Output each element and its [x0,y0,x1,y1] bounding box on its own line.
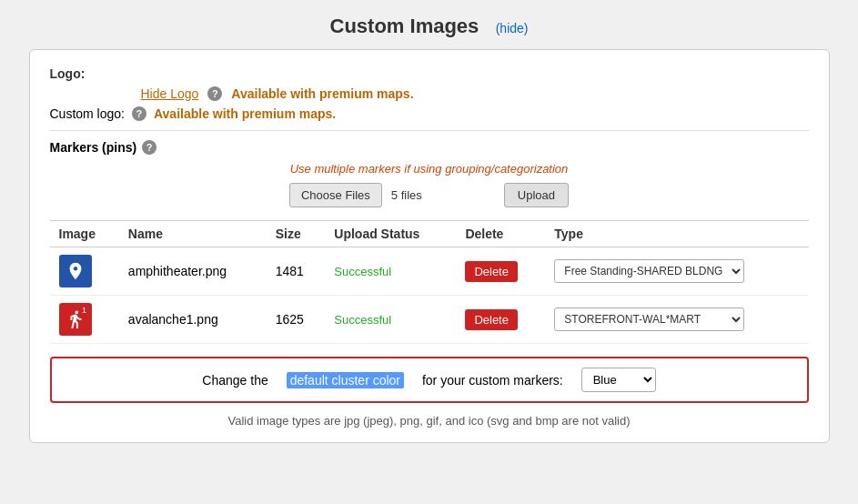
custom-logo-help-icon[interactable]: ? [132,106,146,121]
page-container: Custom Images (hide) Logo: Hide Logo ? A… [9,9,849,443]
col-name: Name [119,221,267,247]
hide-link[interactable]: (hide) [496,21,529,35]
cluster-highlighted: default cluster color [287,372,404,388]
file-upload-row: Choose Files 5 files Upload [50,183,809,207]
cluster-color-box: Change the default cluster color for you… [50,357,809,403]
thumb-amphitheater [59,255,92,287]
cluster-prefix: Change the [202,373,267,388]
table-row: 1 avalanche1.png 1625 Successful Delete … [50,296,809,344]
page-title-text: Custom Images [330,15,479,37]
cell-size-1: 1481 [267,247,326,296]
cluster-suffix: for your custom markers: [422,373,563,388]
images-table: Image Name Size Upload Status Delete Typ… [50,220,809,344]
divider-1 [50,130,809,131]
col-type: Type [545,221,808,247]
cell-delete-1: Delete [456,247,545,296]
col-delete: Delete [456,221,545,247]
valid-types-text: Valid image types are jpg (jpeg), png, g… [50,414,809,428]
cluster-color-select[interactable]: Blue Red Green Yellow Orange Purple [581,368,656,392]
upload-button[interactable]: Upload [504,183,569,207]
cell-status-1: Successful [325,247,456,296]
custom-logo-row: Custom logo: ? Available with premium ma… [50,106,809,121]
cell-type-2: STOREFRONT-WAL*MART Free Standing-SHARED… [545,296,808,344]
type-select-1[interactable]: Free Standing-SHARED BLDNG STOREFRONT-WA… [554,259,744,283]
hide-logo-help-icon[interactable]: ? [207,86,222,101]
col-image: Image [50,221,119,247]
delete-button-1[interactable]: Delete [465,261,518,282]
col-size: Size [267,221,326,247]
col-upload-status: Upload Status [325,221,456,247]
cell-type-1: Free Standing-SHARED BLDNG STOREFRONT-WA… [545,247,808,296]
cell-name-1: amphitheater.png [119,247,267,296]
cell-image-1 [50,247,119,296]
choose-files-button[interactable]: Choose Files [289,183,382,207]
logo-label: Logo: [50,66,809,81]
hide-logo-link[interactable]: Hide Logo [141,86,199,101]
markers-section: Markers (pins) ? Use multiple markers if… [50,140,809,344]
markers-help-icon[interactable]: ? [142,140,156,155]
markers-label-text: Markers (pins) [50,140,137,155]
cell-delete-2: Delete [456,296,545,344]
hide-logo-row: Hide Logo ? Available with premium maps. [141,86,809,101]
cell-status-2: Successful [325,296,456,344]
cell-name-2: avalanche1.png [119,296,267,344]
files-count: 5 files [391,188,422,202]
cell-image-2: 1 [50,296,119,344]
type-select-2[interactable]: STOREFRONT-WAL*MART Free Standing-SHARED… [554,307,744,331]
delete-button-2[interactable]: Delete [465,309,518,330]
table-row: amphitheater.png 1481 Successful Delete … [50,247,809,296]
markers-label: Markers (pins) ? [50,140,809,155]
page-title: Custom Images (hide) [9,15,849,38]
custom-logo-premium: Available with premium maps. [154,106,336,121]
custom-logo-label: Custom logo: [50,106,125,121]
use-multiple-hint: Use multiple markers if using grouping/c… [50,162,809,176]
hide-logo-premium: Available with premium maps. [231,86,413,101]
main-panel: Logo: Hide Logo ? Available with premium… [29,49,830,443]
cell-size-2: 1625 [267,296,326,344]
logo-section: Logo: Hide Logo ? Available with premium… [50,66,809,121]
table-header-row: Image Name Size Upload Status Delete Typ… [50,221,809,247]
thumb-avalanche: 1 [59,303,92,336]
